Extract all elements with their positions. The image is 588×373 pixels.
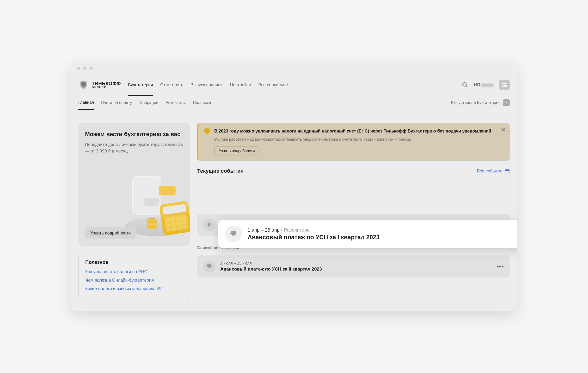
svg-text:₽: ₽ <box>208 222 211 228</box>
svg-rect-3 <box>502 85 507 87</box>
logo-shield-icon <box>78 80 89 90</box>
user-name-redacted <box>481 83 493 87</box>
logo[interactable]: ТИНЬКОФФ БИЗНЕС <box>78 80 121 90</box>
useful-card: Полезное Как уплачивать налоги на ЕНС Че… <box>78 253 190 301</box>
subnav-home[interactable]: Главная <box>78 96 94 110</box>
nav-accounting[interactable]: Бухгалтерия <box>128 75 153 96</box>
content-area: Можем вести бухгалтерию за вас Передайте… <box>71 110 517 311</box>
section-current-title: Текущие события <box>197 168 243 174</box>
nav-signature[interactable]: Выпуск подписи <box>190 75 223 95</box>
notice-details-button[interactable]: Узнать подробности <box>214 146 259 156</box>
promo-title: Можем вести бухгалтерию за вас <box>85 130 183 138</box>
event-highlight-title: Авансовый платеж по УСН за I квартал 202… <box>248 234 517 241</box>
window-dot-close[interactable] <box>77 67 80 70</box>
nav-reporting[interactable]: Отчетность <box>160 75 183 95</box>
warning-icon: ! <box>204 128 210 134</box>
svg-rect-4 <box>503 85 504 86</box>
subnav-invoices[interactable]: Счета на оплату <box>101 96 132 110</box>
event-highlight-status: Рассчитано <box>284 227 310 232</box>
useful-link-1[interactable]: Как уплачивать налоги на ЕНС <box>85 269 183 274</box>
help-link[interactable]: Как устроена Бухгалтерия <box>451 99 510 106</box>
play-icon <box>503 99 510 106</box>
topbar: ТИНЬКОФФ БИЗНЕС Бухгалтерия Отчетность В… <box>71 74 517 96</box>
useful-title: Полезное <box>85 260 183 265</box>
promo-desc: Передайте дела личному бухгалтеру. Стоим… <box>85 142 183 154</box>
svg-rect-2 <box>502 83 507 84</box>
chevron-down-icon <box>285 83 288 86</box>
event-card-highlight[interactable]: 1 апр – 25 апр • Рассчитано Авансовый пл… <box>218 220 517 248</box>
close-icon[interactable] <box>501 127 506 132</box>
help-link-label: Как устроена Бухгалтерия <box>451 100 501 105</box>
window-dot-minimize[interactable] <box>83 67 86 70</box>
subnav-subscription[interactable]: Подписка <box>193 96 211 110</box>
svg-point-0 <box>82 83 85 85</box>
svg-point-1 <box>463 82 466 86</box>
useful-link-3[interactable]: Какие налоги и взносы уплачивают ИП <box>85 286 183 291</box>
topbar-right: ИП <box>462 80 510 90</box>
calculator-icon <box>159 201 190 235</box>
event-highlight-meta: 1 апр – 25 апр • Рассчитано <box>248 227 517 233</box>
user-label[interactable]: ИП <box>474 82 493 88</box>
sidebar: Можем вести бухгалтерию за вас Передайте… <box>78 123 190 301</box>
apps-grid-icon[interactable] <box>499 80 510 90</box>
logo-text: ТИНЬКОФФ БИЗНЕС <box>92 81 121 89</box>
main-nav: Бухгалтерия Отчетность Выпуск подписи На… <box>128 75 455 95</box>
eagle-icon <box>203 260 215 273</box>
sub-nav: Главная Счета на оплату Операции Реквизи… <box>71 96 517 110</box>
window-dot-maximize[interactable] <box>89 67 93 70</box>
notice-banner: ! В 2023 году можно уплачивать налоги на… <box>197 123 510 161</box>
event-upcoming-title: Авансовый платеж по УСН за II квартал 20… <box>220 266 492 272</box>
ruble-icon: ₽ <box>203 219 215 231</box>
window-chrome <box>71 62 517 74</box>
logo-line1: ТИНЬКОФФ <box>92 81 121 86</box>
nav-all-services-label: Все сервисы <box>258 82 284 88</box>
subnav-requisites[interactable]: Реквизиты <box>166 96 186 110</box>
all-events-link[interactable]: Все события <box>477 168 510 174</box>
current-events-header: Текущие события Все события <box>197 168 510 174</box>
event-highlight-dates: 1 апр – 25 апр <box>248 227 280 232</box>
event-highlight-placeholder <box>197 179 510 209</box>
all-events-label: Все события <box>477 169 503 174</box>
event-card-upcoming[interactable]: 1 июля – 25 июля Авансовый платеж по УСН… <box>197 255 510 277</box>
promo-illustration <box>125 176 190 236</box>
promo-details-button[interactable]: Узнать подробности <box>85 227 136 239</box>
main-column: ! В 2023 году можно уплачивать налоги на… <box>197 123 510 301</box>
notice-title: В 2023 году можно уплачивать налоги на е… <box>214 128 504 134</box>
more-icon[interactable]: ••• <box>497 263 504 270</box>
calendar-icon <box>504 168 510 174</box>
useful-link-2[interactable]: Чем полезна Онлайн-бухгалтерия <box>85 278 183 283</box>
user-prefix: ИП <box>474 82 480 87</box>
nav-all-services[interactable]: Все сервисы <box>258 75 288 95</box>
svg-rect-5 <box>505 169 509 173</box>
search-icon[interactable] <box>462 82 468 88</box>
subnav-operations[interactable]: Операции <box>139 96 158 110</box>
event-upcoming-dates: 1 июля – 25 июля <box>220 261 492 265</box>
logo-line2: БИЗНЕС <box>92 86 121 89</box>
promo-card: Можем вести бухгалтерию за вас Передайте… <box>78 123 190 246</box>
notice-desc: Мы уже работаем над возможностью отправл… <box>214 137 504 142</box>
nav-settings[interactable]: Настройки <box>230 75 251 95</box>
eagle-icon <box>225 226 242 242</box>
